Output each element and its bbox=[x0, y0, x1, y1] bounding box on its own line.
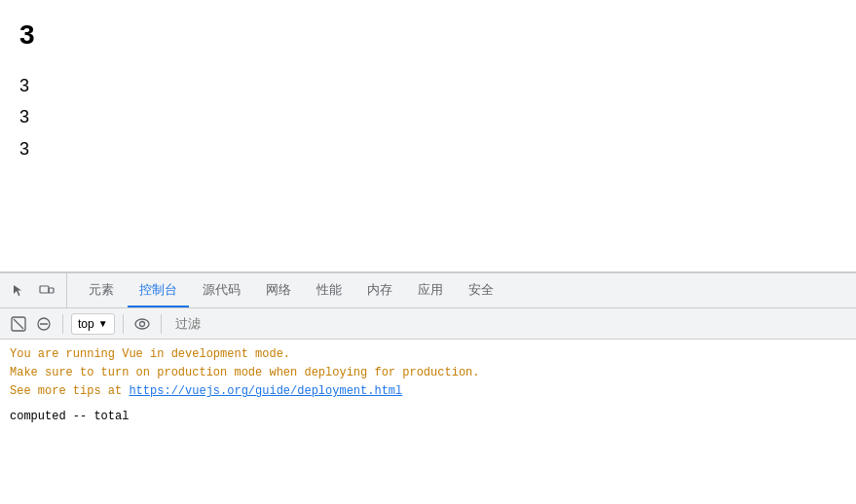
main-heading: 3 bbox=[19, 19, 837, 51]
svg-point-7 bbox=[139, 321, 144, 326]
tab-sources[interactable]: 源代码 bbox=[191, 273, 252, 307]
tab-network[interactable]: 网络 bbox=[254, 273, 303, 307]
chevron-down-icon: ▼ bbox=[98, 318, 108, 329]
toolbar-separator-3 bbox=[161, 314, 162, 334]
tab-application[interactable]: 应用 bbox=[406, 273, 455, 307]
no-entry-icon[interactable] bbox=[33, 313, 55, 335]
console-message-1: You are running Vue in development mode. bbox=[10, 345, 846, 364]
tab-memory[interactable]: 内存 bbox=[355, 273, 404, 307]
devtools-toolbar: top ▼ bbox=[0, 308, 856, 340]
console-message-2: Make sure to turn on production mode whe… bbox=[10, 364, 846, 382]
console-message-4: computed -- total bbox=[10, 410, 129, 423]
tab-elements[interactable]: 元素 bbox=[77, 273, 126, 307]
main-content: 3 3 3 3 bbox=[0, 0, 856, 272]
clear-console-icon[interactable] bbox=[8, 313, 29, 335]
svg-rect-1 bbox=[49, 288, 54, 293]
devtools-icon-group bbox=[8, 273, 67, 307]
context-label: top bbox=[78, 317, 94, 331]
toolbar-separator-2 bbox=[123, 314, 124, 334]
device-toggle-icon[interactable] bbox=[35, 279, 58, 303]
deployment-link[interactable]: https://vuejs.org/guide/deployment.html bbox=[129, 384, 402, 398]
svg-point-6 bbox=[135, 319, 149, 329]
svg-line-3 bbox=[14, 319, 23, 329]
main-line-2: 3 bbox=[19, 101, 837, 132]
filter-input[interactable] bbox=[169, 316, 848, 331]
devtools-panel: 元素 控制台 源代码 网络 性能 内存 应用 安全 top ▼ bbox=[0, 272, 856, 504]
main-line-3: 3 bbox=[19, 133, 837, 164]
inspect-element-icon[interactable] bbox=[8, 279, 31, 303]
console-area: You are running Vue in development mode.… bbox=[0, 340, 856, 504]
tab-performance[interactable]: 性能 bbox=[305, 273, 354, 307]
devtools-tab-bar: 元素 控制台 源代码 网络 性能 内存 应用 安全 bbox=[0, 273, 856, 308]
context-dropdown[interactable]: top ▼ bbox=[71, 313, 115, 335]
tab-console[interactable]: 控制台 bbox=[128, 273, 189, 307]
svg-rect-0 bbox=[40, 286, 49, 293]
console-message-3: See more tips at https://vuejs.org/guide… bbox=[10, 382, 846, 401]
eye-icon[interactable] bbox=[131, 313, 153, 335]
tab-security[interactable]: 安全 bbox=[457, 273, 505, 307]
main-line-1: 3 bbox=[19, 70, 837, 101]
toolbar-separator-1 bbox=[62, 314, 63, 334]
